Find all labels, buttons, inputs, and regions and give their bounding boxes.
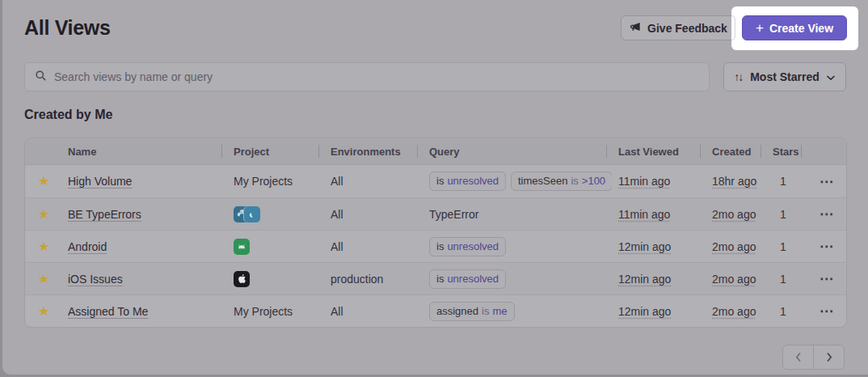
stars-count: 1 [773,208,813,221]
last-viewed-cell: 12min ago [618,305,712,318]
star-cell: ★ [25,240,68,253]
apple-platform-icon [234,271,250,287]
pagination [782,345,845,370]
sort-arrows-icon: ↑↓ [734,70,742,83]
column-header-query: Query [429,146,618,158]
view-name-link[interactable]: BE TypeErrors [68,208,141,221]
create-view-label: Create View [769,22,833,35]
star-cell: ★ [25,175,68,188]
section-title: Created by Me [24,108,112,122]
sort-dropdown[interactable]: ↑↓ Most Starred [723,62,846,91]
previous-page-button[interactable] [782,345,814,370]
query-chip: isunresolved [429,172,506,191]
environments-cell: production [331,273,429,286]
table-header: NameProjectEnvironmentsQueryLast ViewedC… [25,138,846,165]
table-body: ★High VolumeMy ProjectsAllisunresolvedti… [25,165,846,327]
row-menu-button[interactable]: ⋯ [813,205,834,222]
star-toggle-button[interactable]: ★ [38,273,49,286]
view-row[interactable]: ★Assigned To MeMy ProjectsAllassignedism… [25,294,846,327]
project-cell [234,271,331,287]
android-platform-icon [234,239,250,255]
environments-cell: All [331,240,429,253]
column-header-last-viewed: Last Viewed [618,146,712,158]
chevron-down-icon [826,70,836,83]
page-title: All Views [24,16,111,40]
created-cell: 2mo ago [712,273,773,286]
query-chip: timesSeenis>100 [511,172,612,191]
row-menu-button[interactable]: ⋯ [813,270,834,287]
stars-count: 1 [773,305,813,318]
search-views-box[interactable] [24,62,710,91]
environments-cell: All [331,175,429,188]
query-cell: isunresolvedtimesSeenis>100 [429,172,618,191]
search-views-input[interactable] [54,70,699,83]
all-views-page: All Views Give Feedback + Create View ↑↓… [2,0,868,375]
project-cell [234,206,331,222]
last-viewed-cell: 11min ago [618,208,712,221]
column-header-name: Name [25,146,234,158]
environments-cell: All [331,305,429,318]
query-chip: isunresolved [429,237,506,256]
created-cell: 2mo ago [712,240,773,253]
flask-platform-icon [244,206,260,222]
query-cell: TypeError [429,208,618,221]
give-feedback-button[interactable]: Give Feedback [621,15,736,40]
view-row[interactable]: ★High VolumeMy ProjectsAllisunresolvedti… [25,165,846,197]
star-toggle-button[interactable]: ★ [38,240,49,253]
project-cell: My Projects [234,305,331,318]
stars-count: 1 [773,175,813,188]
query-chip: isunresolved [429,269,506,289]
view-name-link[interactable]: Assigned To Me [68,305,148,318]
created-cell: 2mo ago [712,208,773,221]
created-cell: 18hr ago [712,175,773,188]
star-toggle-button[interactable]: ★ [38,208,49,221]
project-cell: My Projects [234,175,331,188]
query-cell: isunresolved [429,237,618,256]
project-cell [234,239,331,255]
star-cell: ★ [25,305,68,318]
star-toggle-button[interactable]: ★ [38,175,49,188]
last-viewed-cell: 12min ago [618,273,712,286]
view-name-link[interactable]: iOS Issues [68,273,123,286]
stars-count: 1 [773,240,813,253]
give-feedback-label: Give Feedback [647,22,727,35]
query-cell: isunresolved [429,269,618,289]
column-header-project: Project [234,146,331,158]
next-page-button[interactable] [813,345,845,370]
column-header-environments: Environments [331,146,429,158]
megaphone-icon [630,21,642,36]
created-cell: 2mo ago [712,305,773,318]
row-menu-button[interactable]: ⋯ [813,238,834,255]
row-menu-button[interactable]: ⋯ [813,173,834,190]
column-header-stars: Stars [773,146,813,158]
stars-count: 1 [773,273,813,286]
column-header-created: Created [712,146,773,158]
view-row[interactable]: ★iOS Issuesproductionisunresolved12min a… [25,262,846,294]
plus-icon: + [756,21,764,35]
view-row[interactable]: ★BE TypeErrorsAllTypeError11min ago2mo a… [25,197,846,230]
view-name-link[interactable]: Android [68,240,107,253]
search-icon [35,70,47,85]
view-name-link[interactable]: High Volume [68,175,132,188]
row-menu-button[interactable]: ⋯ [813,303,834,320]
star-cell: ★ [25,273,68,286]
last-viewed-cell: 12min ago [618,240,712,253]
view-row[interactable]: ★AndroidAllisunresolved12min ago2mo ago1… [25,230,846,262]
query-chip: assignedisme [429,302,515,321]
star-cell: ★ [25,208,68,221]
star-toggle-button[interactable]: ★ [38,305,49,318]
query-cell: assignedisme [429,302,618,321]
sort-label: Most Starred [750,70,820,83]
last-viewed-cell: 11min ago [618,175,712,188]
create-view-button[interactable]: + Create View [742,15,847,40]
views-table: NameProjectEnvironmentsQueryLast ViewedC… [24,138,847,328]
environments-cell: All [331,208,429,221]
give-feedback-button-edge [731,15,735,40]
